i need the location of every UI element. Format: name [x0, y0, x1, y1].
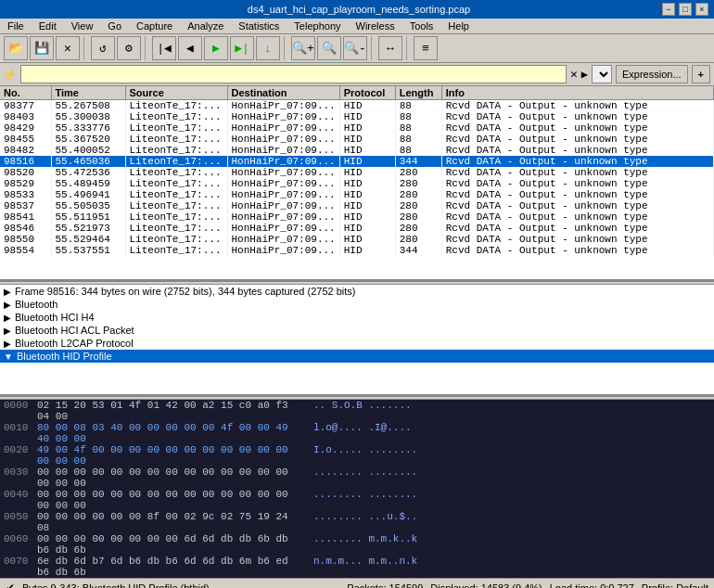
table-row[interactable]: 9854155.511951LiteonTe_17:...HonHaiPr_07… [0, 211, 714, 223]
zoom-in-button[interactable]: 🔍+ [291, 36, 315, 60]
expand-arrow-icon: ▶ [4, 287, 11, 297]
nav-next-button[interactable]: ▶ [204, 36, 228, 60]
menu-item-statistics[interactable]: Statistics [231, 19, 287, 33]
menu-item-edit[interactable]: Edit [32, 19, 64, 33]
table-row[interactable]: 9853755.505035LiteonTe_17:...HonHaiPr_07… [0, 200, 714, 211]
titlebar: ds4_uart_hci_cap_playroom_needs_sorting.… [0, 0, 714, 19]
hex-dump-row: 0050 00 00 00 00 00 00 8f 00 02 9c 02 75… [0, 511, 714, 533]
expand-arrow-icon: ▶ [4, 326, 11, 336]
zoom-reset-button[interactable]: 🔍 [317, 36, 341, 60]
menu-item-telephony[interactable]: Telephony [287, 19, 348, 33]
main-content: No. Time Source Destination Protocol Len… [0, 86, 714, 578]
detail-label: Frame 98516: 344 bytes on wire (2752 bit… [15, 286, 356, 297]
detail-row[interactable]: ▶Bluetooth [0, 298, 714, 311]
hex-ascii: n.m.m... m.m..n.k [313, 556, 417, 578]
nav-goto-button[interactable]: ↓ [256, 36, 280, 60]
nav-end-button[interactable]: ▶| [230, 36, 254, 60]
table-row[interactable]: 9842955.333776LiteonTe_17:...HonHaiPr_07… [0, 122, 714, 134]
menu-item-tools[interactable]: Tools [402, 19, 441, 33]
hex-bytes: 6e db 6d b7 6d b6 db b6 6d 6d db 6m b6 e… [37, 556, 306, 578]
detail-row[interactable]: ▶Bluetooth L2CAP Protocol [0, 337, 714, 350]
maximize-button[interactable]: □ [679, 3, 692, 16]
nav-begin-button[interactable]: |◀ [152, 36, 176, 60]
menu-item-wireless[interactable]: Wireless [349, 19, 402, 33]
detail-label: Bluetooth L2CAP Protocol [15, 338, 134, 349]
table-row[interactable]: 9855055.529464LiteonTe_17:...HonHaiPr_07… [0, 234, 714, 245]
col-time[interactable]: Time [51, 86, 125, 100]
detail-row[interactable]: ▶Bluetooth HCI H4 [0, 311, 714, 324]
packet-list-header: No. Time Source Destination Protocol Len… [0, 86, 714, 100]
hex-offset: 0020 [4, 444, 37, 467]
nav-prev-button[interactable]: ◀ [178, 36, 202, 60]
close-button[interactable]: × [695, 3, 708, 16]
expand-arrow-icon: ▼ [4, 352, 13, 362]
toolbar-separator-4 [371, 36, 375, 60]
menu-item-file[interactable]: File [0, 19, 32, 33]
save-toolbar-button[interactable]: 💾 [30, 36, 54, 60]
detail-label: Bluetooth HCI H4 [15, 312, 95, 323]
col-proto[interactable]: Protocol [339, 86, 395, 100]
hex-dump-row: 0010 80 00 08 03 40 00 00 00 00 00 4f 00… [0, 422, 714, 444]
minimize-button[interactable]: − [662, 3, 675, 16]
packet-list-body: 9837755.267508LiteonTe_17:...HonHaiPr_07… [0, 100, 714, 257]
table-row[interactable]: 9852955.489459LiteonTe_17:...HonHaiPr_07… [0, 178, 714, 189]
reload-toolbar-button[interactable]: ↺ [91, 36, 115, 60]
detail-label: Bluetooth HCI ACL Packet [15, 325, 134, 336]
open-toolbar-button[interactable]: 📂 [4, 36, 28, 60]
menubar: FileEditViewGoCaptureAnalyzeStatisticsTe… [0, 19, 714, 34]
expand-arrow-icon: ▶ [4, 300, 11, 310]
table-row[interactable]: 9840355.300038LiteonTe_17:...HonHaiPr_07… [0, 111, 714, 122]
close-toolbar-button[interactable]: ✕ [56, 36, 80, 60]
detail-row[interactable]: ▶Frame 98516: 344 bytes on wire (2752 bi… [0, 285, 714, 298]
status-bytes: Bytes 9-343: Bluetooth HID Profile (bthi… [22, 582, 339, 589]
hex-dump-row: 0070 6e db 6d b7 6d b6 db b6 6d 6d db 6m… [0, 556, 714, 578]
hex-ascii: I.o..... ........ [313, 444, 417, 467]
table-row[interactable]: 9845555.367520LiteonTe_17:...HonHaiPr_07… [0, 134, 714, 145]
table-row[interactable]: 9855455.537551LiteonTe_17:...HonHaiPr_07… [0, 245, 714, 256]
settings-toolbar-button[interactable]: ⚙ [117, 36, 141, 60]
hex-bytes: 49 00 4f 00 00 00 00 00 00 00 00 00 00 0… [37, 444, 306, 467]
filter-input[interactable]: bthid[0] == 0xa2 [20, 65, 567, 83]
col-length[interactable]: Length [395, 86, 441, 100]
hex-offset: 0000 [4, 400, 37, 422]
hex-bytes: 00 00 00 00 00 00 8f 00 02 9c 02 75 19 2… [37, 511, 306, 533]
packet-detail[interactable]: ▶Frame 98516: 344 bytes on wire (2752 bi… [0, 285, 714, 396]
col-info[interactable]: Info [441, 86, 713, 100]
table-row[interactable]: 9837755.267508LiteonTe_17:...HonHaiPr_07… [0, 100, 714, 112]
menu-item-go[interactable]: Go [100, 19, 129, 33]
hex-dump-row: 0000 02 15 20 53 01 4f 01 42 00 a2 15 c0… [0, 400, 714, 422]
filter-bookmark-select[interactable] [592, 65, 612, 83]
col-no[interactable]: No. [0, 86, 51, 100]
col-source[interactable]: Source [125, 86, 227, 100]
filter-clear-button[interactable]: ✕ [570, 67, 578, 82]
column-preferences-button[interactable]: ≡ [414, 36, 438, 60]
filterbar: ⚡ bthid[0] == 0xa2 ✕ ▶ Expression... + [0, 63, 714, 86]
status-packets: Packets: 154599 [347, 582, 423, 589]
hex-dump-row: 0060 00 00 00 00 00 00 00 00 6d 6d db db… [0, 533, 714, 556]
table-row[interactable]: 9848255.400052LiteonTe_17:...HonHaiPr_07… [0, 145, 714, 156]
menu-item-capture[interactable]: Capture [129, 19, 180, 33]
filter-label: ⚡ [4, 69, 17, 81]
menu-item-view[interactable]: View [64, 19, 101, 33]
toolbar-separator-3 [284, 36, 287, 60]
table-row[interactable]: 9851655.465036LiteonTe_17:...HonHaiPr_07… [0, 156, 714, 167]
menu-item-analyze[interactable]: Analyze [180, 19, 231, 33]
table-row[interactable]: 9853355.496941LiteonTe_17:...HonHaiPr_07… [0, 189, 714, 200]
col-dest[interactable]: Destination [227, 86, 339, 100]
expression-button[interactable]: Expression... [616, 65, 688, 83]
hex-dump[interactable]: 0000 02 15 20 53 01 4f 01 42 00 a2 15 c0… [0, 400, 714, 578]
detail-row[interactable]: ▼Bluetooth HID Profile [0, 350, 714, 363]
resize-columns-button[interactable]: ↔ [378, 36, 402, 60]
packet-list[interactable]: No. Time Source Destination Protocol Len… [0, 86, 714, 281]
table-row[interactable]: 9854655.521973LiteonTe_17:...HonHaiPr_07… [0, 223, 714, 234]
table-row[interactable]: 9852055.472536LiteonTe_17:...HonHaiPr_07… [0, 167, 714, 178]
detail-label: Bluetooth HID Profile [17, 351, 112, 362]
add-filter-button[interactable]: + [692, 65, 710, 83]
detail-row[interactable]: ▶Bluetooth HCI ACL Packet [0, 324, 714, 337]
detail-label: Bluetooth [15, 299, 57, 310]
menu-item-help[interactable]: Help [440, 19, 477, 33]
hex-dump-row: 0030 00 00 00 00 00 00 00 00 00 00 00 00… [0, 467, 714, 489]
filter-arrow-right[interactable]: ▶ [581, 68, 588, 82]
zoom-out-button[interactable]: 🔍- [343, 36, 367, 60]
hex-bytes: 00 00 00 00 00 00 00 00 6d 6d db db 6b d… [37, 533, 306, 556]
